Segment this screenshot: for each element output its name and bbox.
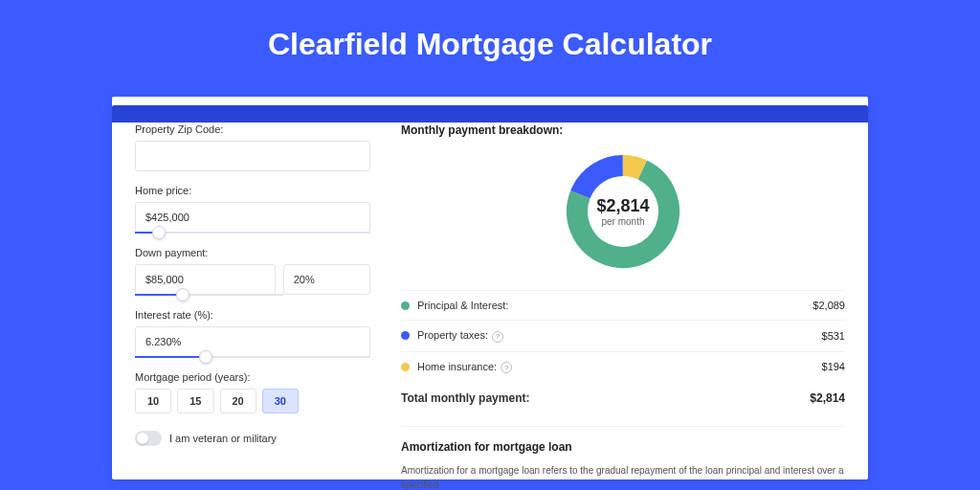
zip-field: Property Zip Code: <box>135 123 370 171</box>
rate-field: Interest rate (%): <box>135 309 370 358</box>
legend-insurance-label: Home insurance:? <box>417 361 822 374</box>
period-20[interactable]: 20 <box>220 389 256 413</box>
price-slider-thumb[interactable] <box>152 226 166 239</box>
amortization-section: Amortization for mortgage loan Amortizat… <box>401 426 845 490</box>
calculator-card: Property Zip Code: Home price: Down paym… <box>112 97 868 479</box>
legend-principal-value: $2,089 <box>813 300 845 311</box>
veteran-toggle[interactable] <box>135 431 162 446</box>
down-slider[interactable] <box>135 294 283 296</box>
info-icon[interactable]: ? <box>501 362 512 373</box>
zip-input[interactable] <box>135 141 370 171</box>
down-label: Down payment: <box>135 247 370 258</box>
zip-label: Property Zip Code: <box>135 123 370 135</box>
period-field: Mortgage period (years): 10 15 20 30 <box>135 371 370 413</box>
donut-center: $2,814 per month <box>562 150 684 273</box>
legend-insurance: Home insurance:? $194 <box>401 351 845 383</box>
breakdown-panel: Monthly payment breakdown: $2,814 per mo… <box>401 123 845 453</box>
legend-principal-label: Principal & Interest: <box>417 300 813 311</box>
dot-icon <box>401 301 410 310</box>
page-title: Clearfield Mortgage Calculator <box>0 0 980 79</box>
down-percent-input[interactable] <box>283 264 370 295</box>
down-field: Down payment: <box>135 247 370 296</box>
down-slider-thumb[interactable] <box>176 288 189 301</box>
card-header-strip <box>112 105 868 122</box>
legend-taxes-label: Property taxes:? <box>417 329 822 343</box>
total-label: Total monthly payment: <box>401 391 810 405</box>
donut-sublabel: per month <box>601 216 644 227</box>
rate-input[interactable] <box>135 326 370 357</box>
total-value: $2,814 <box>810 391 845 405</box>
period-label: Mortgage period (years): <box>135 371 370 383</box>
donut-chart: $2,814 per month <box>401 150 845 273</box>
donut-value: $2,814 <box>596 196 649 216</box>
period-10[interactable]: 10 <box>135 389 171 413</box>
info-icon[interactable]: ? <box>492 331 503 343</box>
price-label: Home price: <box>135 185 370 196</box>
rate-slider[interactable] <box>135 356 370 358</box>
price-slider[interactable] <box>135 232 370 234</box>
price-field: Home price: <box>135 185 370 234</box>
form-panel: Property Zip Code: Home price: Down paym… <box>135 123 370 453</box>
rate-label: Interest rate (%): <box>135 309 370 321</box>
legend-total: Total monthly payment: $2,814 <box>401 382 845 414</box>
dot-icon <box>401 363 410 371</box>
amortization-text: Amortization for a mortgage loan refers … <box>401 463 845 490</box>
legend-insurance-value: $194 <box>822 361 845 372</box>
breakdown-heading: Monthly payment breakdown: <box>401 123 845 137</box>
period-options: 10 15 20 30 <box>135 389 370 413</box>
period-30[interactable]: 30 <box>262 389 299 413</box>
amortization-heading: Amortization for mortgage loan <box>401 440 845 454</box>
rate-slider-thumb[interactable] <box>199 350 212 364</box>
veteran-row: I am veteran or military <box>135 431 370 446</box>
legend-principal: Principal & Interest: $2,089 <box>401 290 845 320</box>
veteran-label: I am veteran or military <box>169 433 277 444</box>
legend-taxes-value: $531 <box>822 330 845 342</box>
period-15[interactable]: 15 <box>177 389 213 413</box>
rate-slider-fill <box>135 356 206 358</box>
down-amount-input[interactable] <box>135 264 276 295</box>
legend-taxes: Property taxes:? $531 <box>401 320 845 351</box>
dot-icon <box>401 331 410 340</box>
price-input[interactable] <box>135 202 370 233</box>
